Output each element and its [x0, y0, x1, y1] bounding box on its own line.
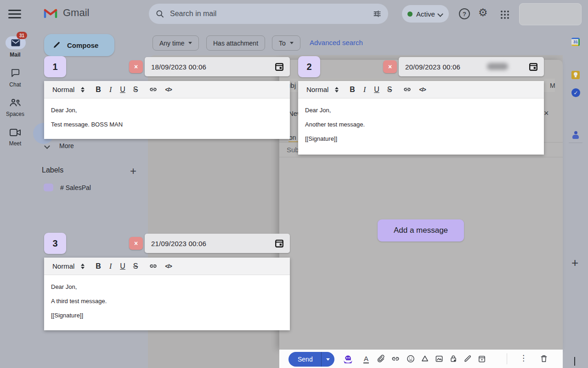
insert-link-icon[interactable]: [390, 354, 401, 364]
set-up-time-icon[interactable]: [477, 354, 486, 364]
discard-draft-icon[interactable]: [539, 354, 548, 364]
search-filters-icon[interactable]: [373, 9, 382, 18]
more-options-icon[interactable]: ⋮: [520, 353, 527, 363]
followup-2-message-body[interactable]: Dear Jon, Another test message. [[Signat…: [298, 98, 544, 155]
followup-1-datetime-value: 18/09/2023 00:06: [151, 63, 274, 71]
subject-divider: [279, 157, 563, 157]
paragraph-style-button[interactable]: Normal: [52, 262, 74, 270]
meet-icon[interactable]: [10, 128, 21, 137]
underline-button[interactable]: U: [120, 263, 125, 270]
calendar-day-number: 31: [573, 40, 578, 44]
bold-button[interactable]: B: [96, 263, 101, 270]
italic-button[interactable]: I: [109, 86, 112, 93]
account-avatar[interactable]: [519, 3, 582, 25]
underline-button[interactable]: U: [374, 86, 379, 93]
insert-from-drive-icon[interactable]: [420, 354, 430, 364]
insert-link-icon[interactable]: [149, 85, 158, 94]
salespal-ghost-icon[interactable]: [342, 352, 354, 365]
google-contacts-icon[interactable]: [571, 131, 580, 139]
search-bar[interactable]: Search in mail: [149, 4, 388, 24]
followup-1-remove-button[interactable]: ×: [129, 60, 143, 73]
code-view-button[interactable]: </>: [419, 86, 425, 93]
add-message-button[interactable]: Add a message: [378, 219, 464, 242]
followup-3-message-body[interactable]: Dear Jon, A third test message. [[Signat…: [44, 275, 290, 330]
confidential-mode-icon[interactable]: [449, 354, 458, 364]
insert-signature-icon[interactable]: [463, 354, 472, 364]
followup-1-format-toolbar: Normal B I U S </>: [44, 81, 290, 98]
style-updown-icon[interactable]: [81, 264, 85, 269]
show-side-panel-icon[interactable]: [574, 357, 575, 365]
filter-to[interactable]: To: [272, 35, 300, 51]
status-selector[interactable]: Active: [402, 5, 449, 23]
followup-2-datetime-field[interactable]: 20/09/2023 00:06: [399, 57, 544, 76]
calendar-icon[interactable]: [274, 62, 284, 72]
attach-file-icon[interactable]: [376, 354, 385, 364]
google-tasks-icon[interactable]: ✓: [571, 88, 580, 97]
strikethrough-button[interactable]: S: [133, 263, 138, 270]
strikethrough-button[interactable]: S: [133, 86, 138, 93]
google-calendar-icon[interactable]: 31: [571, 38, 580, 46]
spaces-icon[interactable]: [9, 97, 22, 108]
filter-has-attachment-label: Has attachment: [213, 40, 258, 47]
sidebar-item-meet-label: Meet: [0, 140, 30, 147]
strikethrough-button[interactable]: S: [387, 86, 392, 93]
status-label: Active: [416, 10, 435, 18]
message-line: [[Signature]]: [51, 308, 283, 322]
send-split-button: Send: [288, 352, 334, 367]
message-line: Dear Jon,: [51, 280, 283, 294]
compose-close-icon[interactable]: ×: [544, 109, 549, 118]
followup-2-number-badge: 2: [298, 56, 320, 77]
main-menu-icon[interactable]: [8, 10, 21, 18]
toolbar-divider: [507, 353, 507, 364]
formatting-options-icon[interactable]: A: [362, 354, 371, 364]
compose-send-toolbar: Send A: [279, 350, 563, 368]
code-view-button[interactable]: </>: [165, 263, 171, 270]
followup-2-remove-button[interactable]: ×: [383, 60, 397, 73]
insert-photo-icon[interactable]: [435, 354, 444, 364]
insert-link-icon[interactable]: [149, 262, 158, 270]
send-options-button[interactable]: [322, 352, 334, 367]
calendar-icon[interactable]: [274, 238, 284, 248]
paragraph-style-button[interactable]: Normal: [306, 86, 328, 93]
compose-button-label: Compose: [67, 41, 98, 49]
mail-unread-badge: 31: [17, 32, 27, 39]
sidebar-more-label: More: [59, 142, 74, 150]
followup-2-datetime-value: 20/09/2023 00:06: [405, 63, 528, 71]
google-apps-icon[interactable]: [501, 11, 503, 12]
get-add-ons-button[interactable]: +: [571, 256, 578, 270]
send-button[interactable]: Send: [288, 352, 321, 367]
followup-3-datetime-field[interactable]: 21/09/2023 00:06: [145, 234, 290, 253]
bold-button[interactable]: B: [96, 86, 101, 93]
sidebar-more-toggle[interactable]: More: [45, 142, 74, 150]
code-view-button[interactable]: </>: [165, 86, 171, 93]
insert-emoji-icon[interactable]: [406, 354, 415, 364]
bold-button[interactable]: B: [350, 86, 355, 93]
filter-has-attachment[interactable]: Has attachment: [206, 35, 265, 51]
followup-1-datetime-field[interactable]: 18/09/2023 00:06: [145, 57, 290, 76]
style-updown-icon[interactable]: [335, 87, 339, 92]
followup-1-message-body[interactable]: Dear Jon, Test message. BOSS MAN: [44, 98, 290, 139]
advanced-search-link[interactable]: Advanced search: [310, 39, 363, 46]
help-icon[interactable]: ?: [459, 8, 470, 19]
paragraph-style-button[interactable]: Normal: [52, 86, 74, 93]
message-line: A third test message.: [51, 294, 283, 308]
chat-icon[interactable]: [10, 68, 20, 78]
sidebar-item-spaces-label: Spaces: [0, 111, 30, 117]
italic-button[interactable]: I: [363, 86, 366, 93]
followup-3-number-badge: 3: [44, 233, 66, 254]
compose-button[interactable]: Compose: [44, 34, 114, 56]
message-line: Another test message.: [305, 117, 537, 132]
google-keep-icon[interactable]: [571, 71, 580, 79]
settings-gear-icon[interactable]: ⚙: [478, 6, 488, 19]
calendar-icon[interactable]: [528, 62, 538, 72]
create-label-button[interactable]: +: [130, 165, 136, 178]
search-input[interactable]: Search in mail: [170, 10, 373, 18]
followup-3-remove-button[interactable]: ×: [129, 237, 143, 250]
filter-any-time[interactable]: Any time: [153, 35, 199, 51]
insert-link-icon[interactable]: [403, 85, 412, 94]
mail-envelope-icon: [11, 39, 20, 46]
underline-button[interactable]: U: [120, 86, 125, 93]
italic-button[interactable]: I: [109, 263, 112, 270]
style-updown-icon[interactable]: [81, 87, 85, 92]
sidebar-label-salespal[interactable]: # SalesPal: [60, 184, 91, 191]
